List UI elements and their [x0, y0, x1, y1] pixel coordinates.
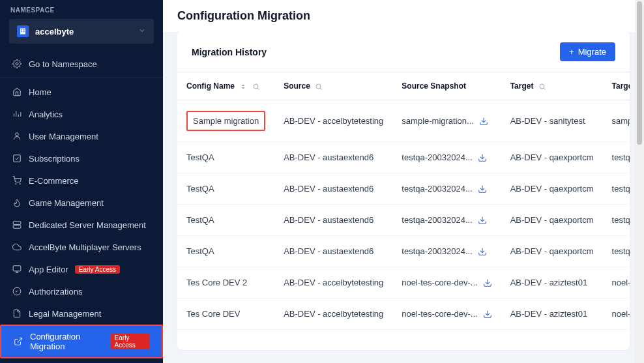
download-icon[interactable] [483, 278, 492, 287]
config-name-cell: TestQA [177, 236, 274, 267]
search-icon[interactable] [315, 83, 323, 91]
nav: Go to Namespace HomeAnalyticsUser Manage… [0, 50, 163, 363]
key-icon [12, 286, 22, 297]
svg-point-5 [16, 63, 18, 65]
nav-label: User Management [29, 132, 98, 141]
sidebar-item-legal-management[interactable]: Legal Management [0, 302, 163, 325]
file-icon [12, 308, 22, 319]
sidebar-item-accelbyte-multiplayer-servers[interactable]: AccelByte Multiplayer Servers [0, 236, 163, 258]
svg-line-28 [257, 88, 259, 89]
sidebar-item-game-management[interactable]: Game Management [0, 192, 163, 214]
config-name-cell: Tes Core DEV [177, 298, 274, 330]
source-snapshot-cell: testqa-20032024... [402, 184, 472, 194]
download-icon[interactable] [479, 117, 488, 126]
col-target[interactable]: Target [501, 72, 603, 100]
target-snapshot-cell: noel-t [603, 298, 630, 330]
page-scrollbar[interactable] [635, 0, 644, 363]
source-snapshot-cell: noel-tes-core-dev-... [402, 278, 477, 287]
download-icon[interactable] [478, 184, 487, 194]
cart-icon [12, 175, 22, 186]
source-snapshot-cell: noel-tes-core-dev-... [402, 309, 477, 319]
nav-label: E-Commerce [29, 176, 79, 186]
nav-label: Dedicated Server Management [29, 220, 146, 230]
check-sq-icon [12, 153, 22, 164]
download-icon[interactable] [478, 216, 487, 225]
target-snapshot-cell: testq [603, 173, 630, 205]
source-cell: AB-DEV - accelbytetesting [274, 100, 392, 142]
building-icon [17, 25, 29, 37]
sort-icon[interactable] [239, 83, 247, 91]
scrollbar-thumb[interactable] [637, 1, 642, 145]
sidebar-item-e-commerce[interactable]: E-Commerce [0, 169, 163, 192]
namespace-selector[interactable]: accelbyte [9, 19, 154, 44]
sidebar-item-home[interactable]: Home [0, 81, 163, 103]
table-scroll[interactable]: Config Name Source Source Snapshot [177, 72, 630, 350]
svg-line-30 [320, 88, 321, 89]
sidebar-item-app-editor[interactable]: App EditorEarly Access [0, 258, 163, 280]
target-cell: AB-DEV - sanitytest [501, 100, 603, 142]
config-name-cell: TestQA [177, 205, 274, 236]
nav-divider [0, 78, 163, 78]
target-cell: AB-DEV - qaexportcm [501, 205, 603, 236]
svg-line-32 [544, 88, 545, 89]
svg-line-22 [18, 338, 22, 342]
target-snapshot-cell: noel-t [603, 267, 630, 298]
early-access-badge: Early Access [75, 265, 120, 274]
col-source[interactable]: Source [274, 72, 392, 100]
monitor-icon [12, 264, 22, 274]
migrate-button[interactable]: + Migrate [560, 42, 615, 61]
svg-rect-0 [20, 29, 25, 35]
sidebar: NAMESPACE accelbyte Go to Namespace Home… [0, 0, 163, 363]
sidebar-item-analytics[interactable]: Analytics [0, 103, 163, 125]
svg-rect-18 [13, 266, 21, 271]
svg-point-13 [20, 184, 20, 184]
sidebar-item-subscriptions[interactable]: Subscriptions [0, 147, 163, 169]
server-icon [12, 220, 22, 230]
chart-icon [12, 109, 22, 119]
col-config-name[interactable]: Config Name [177, 72, 274, 100]
cloud-icon [12, 242, 22, 252]
sidebar-item-extend[interactable]: ExtendEarly Access [0, 358, 163, 363]
sidebar-item-authorizations[interactable]: Authorizations [0, 280, 163, 302]
download-icon[interactable] [478, 153, 487, 162]
search-icon[interactable] [538, 83, 546, 91]
migrate-label: Migrate [578, 47, 606, 57]
svg-rect-14 [13, 222, 21, 225]
target-cell: AB-DEV - aziztest01 [501, 298, 603, 330]
svg-point-31 [540, 84, 544, 89]
target-snapshot-cell: testq [603, 142, 630, 173]
main-content: Configuration Migration Migration Histor… [163, 0, 644, 363]
sidebar-item-dedicated-server-management[interactable]: Dedicated Server Management [0, 214, 163, 236]
svg-point-27 [254, 84, 258, 89]
target-cell: AB-DEV - qaexportcm [501, 142, 603, 173]
nav-label: Legal Management [29, 309, 101, 319]
sidebar-item-user-management[interactable]: User Management [0, 125, 163, 147]
gear-icon [12, 59, 22, 69]
download-icon[interactable] [483, 310, 492, 319]
nav-label: Authorizations [29, 287, 82, 297]
page-title: Configuration Migration [163, 0, 644, 32]
svg-rect-4 [23, 31, 25, 33]
home-icon [12, 87, 22, 97]
user-icon [12, 131, 22, 141]
config-name-cell: TestQA [177, 142, 274, 173]
external-icon [13, 336, 23, 347]
nav-label: Subscriptions [29, 154, 80, 164]
go-to-namespace[interactable]: Go to Namespace [0, 53, 163, 75]
config-name-cell: Sample migration [186, 111, 265, 131]
source-cell: AB-DEV - accelbytetesting [274, 298, 392, 330]
card-title: Migration History [192, 47, 267, 57]
table-row: TestQAAB-DEV - austaextend6testqa-200320… [177, 142, 630, 173]
search-icon[interactable] [252, 83, 260, 91]
sidebar-item-configuration-migration[interactable]: Configuration MigrationEarly Access [0, 325, 163, 358]
download-icon[interactable] [478, 247, 487, 256]
nav-label: Go to Namespace [29, 59, 97, 69]
source-cell: AB-DEV - accelbytetesting [274, 267, 392, 298]
source-snapshot-cell: testqa-20032024... [402, 246, 472, 256]
nav-label: Home [29, 87, 51, 97]
source-cell: AB-DEV - austaextend6 [274, 236, 392, 267]
table-row: TestQAAB-DEV - austaextend6testqa-200320… [177, 205, 630, 236]
table-row: TestQAAB-DEV - austaextend6testqa-200320… [177, 173, 630, 205]
early-access-badge: Early Access [111, 334, 150, 349]
table-row: Tes Core DEV 2AB-DEV - accelbytetestingn… [177, 267, 630, 298]
